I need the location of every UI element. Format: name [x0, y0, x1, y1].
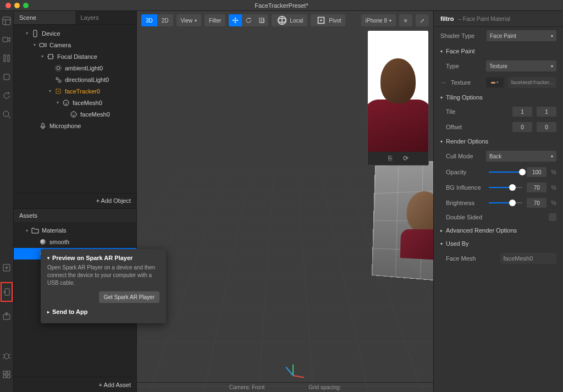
- tab-layers[interactable]: Layers: [75, 11, 137, 24]
- tree-item[interactable]: ▾faceTracker0: [14, 85, 136, 97]
- scale-tool-button[interactable]: [255, 14, 268, 26]
- facemesh-icon: [62, 99, 70, 107]
- refresh-icon[interactable]: [2, 91, 11, 100]
- offset-y-input[interactable]: [537, 122, 556, 132]
- tree-toggle[interactable]: ▾: [41, 54, 47, 59]
- export-icon[interactable]: [2, 312, 11, 321]
- tree-toggle[interactable]: ▾: [57, 100, 62, 105]
- opacity-slider[interactable]: [489, 172, 522, 173]
- offset-label: Offset: [446, 124, 508, 130]
- rotate-tool-button[interactable]: [242, 14, 255, 26]
- svg-rect-44: [42, 123, 44, 127]
- section-render[interactable]: ▾Render Options: [434, 135, 563, 148]
- link-icon[interactable]: →: [440, 79, 446, 86]
- tree-toggle[interactable]: ▾: [34, 42, 39, 47]
- section-tiling[interactable]: ▾Tiling Options: [434, 91, 563, 104]
- section-usedby[interactable]: ▾Used By: [434, 237, 563, 250]
- tree-item[interactable]: Microphone: [14, 120, 136, 131]
- view-dropdown[interactable]: View▾: [176, 14, 202, 26]
- svg-point-38: [63, 100, 69, 106]
- move-tool-button[interactable]: [229, 14, 242, 26]
- bg-label: BG Influence: [446, 184, 484, 191]
- video-icon[interactable]: [2, 35, 11, 44]
- close-window-button[interactable]: [5, 3, 11, 8]
- section-face-paint[interactable]: ▾Face Paint: [434, 45, 563, 58]
- pause-icon[interactable]: [2, 54, 11, 63]
- popup-preview-text: Open Spark AR Player on a device and the…: [47, 264, 159, 287]
- filter-button[interactable]: Filter: [205, 14, 225, 26]
- tree-item[interactable]: directionalLight0: [14, 74, 136, 85]
- layout-icon[interactable]: [2, 16, 11, 25]
- zoom-window-button[interactable]: [23, 3, 29, 8]
- brightness-input[interactable]: [527, 198, 547, 208]
- tree-item[interactable]: ambientLight0: [14, 62, 136, 74]
- add-asset-button[interactable]: Add Asset: [14, 377, 136, 392]
- local-button[interactable]: Local: [272, 14, 307, 26]
- tile-x-input[interactable]: [512, 107, 532, 117]
- tree-toggle[interactable]: ▾: [49, 89, 54, 93]
- tree-item[interactable]: ▾Device: [14, 27, 136, 39]
- grid-icon[interactable]: [2, 370, 11, 379]
- record-button[interactable]: ⟳: [403, 154, 409, 162]
- texture-value[interactable]: faceMeshTracker...: [508, 77, 556, 88]
- svg-point-31: [56, 65, 62, 71]
- face-plane[interactable]: [372, 158, 433, 284]
- tree-label: Microphone: [49, 123, 81, 129]
- tree-item[interactable]: ▾faceMesh0: [14, 97, 136, 108]
- device-dropdown[interactable]: iPhone 8▾: [361, 14, 396, 26]
- shader-type-dropdown[interactable]: Face Paint▾: [487, 30, 556, 41]
- tree-item[interactable]: ▾Camera: [14, 39, 136, 51]
- minimize-window-button[interactable]: [14, 3, 20, 8]
- svg-rect-47: [261, 20, 264, 23]
- scene-tree: ▾Device▾Camera▾Focal DistanceambientLigh…: [14, 25, 136, 193]
- section-advanced[interactable]: ▸Advanced Render Options: [434, 224, 563, 237]
- axis-gizmo[interactable]: [284, 359, 301, 376]
- tree-toggle[interactable]: ▾: [26, 228, 31, 233]
- usedby-value[interactable]: faceMesh0: [500, 253, 557, 264]
- stop-icon[interactable]: [2, 73, 11, 81]
- tile-y-input[interactable]: [537, 107, 556, 117]
- bg-slider[interactable]: [489, 187, 522, 188]
- type-dropdown[interactable]: Texture▾: [486, 60, 556, 71]
- bg-input[interactable]: [527, 183, 547, 192]
- double-sided-checkbox[interactable]: [549, 213, 556, 221]
- tree-item[interactable]: ▾Focal Distance: [14, 51, 136, 62]
- preview-list-button[interactable]: ≡: [399, 14, 412, 26]
- pivot-button[interactable]: Pivot: [311, 14, 345, 26]
- texture-swatch[interactable]: ▾: [486, 78, 504, 87]
- debug-icon[interactable]: [2, 351, 11, 360]
- preview-popup: ▾Preview on Spark AR Player Open Spark A…: [41, 249, 166, 323]
- mode-2d-button[interactable]: 2D: [157, 14, 173, 26]
- library-add-icon[interactable]: [2, 263, 11, 272]
- brightness-slider[interactable]: [489, 202, 522, 203]
- tree-toggle[interactable]: ▾: [26, 31, 31, 36]
- cull-dropdown[interactable]: Back▾: [486, 151, 556, 162]
- assets-header: Assets: [14, 209, 136, 222]
- svg-rect-6: [4, 74, 9, 80]
- send-to-device-icon[interactable]: [2, 288, 11, 296]
- search-icon[interactable]: [2, 110, 11, 119]
- viewport[interactable]: 3D 2D View▾ Filter Local Pivot iPhone 8▾…: [137, 11, 433, 392]
- svg-point-40: [67, 102, 68, 102]
- tab-scene[interactable]: Scene: [14, 11, 75, 24]
- svg-rect-5: [8, 55, 9, 62]
- svg-rect-46: [260, 18, 264, 23]
- tree-item[interactable]: smooth: [14, 236, 136, 248]
- tree-item[interactable]: ▾Materials: [14, 225, 136, 236]
- svg-rect-26: [40, 43, 44, 47]
- tree-label: faceTracker0: [65, 88, 100, 95]
- add-object-button[interactable]: Add Object: [14, 193, 136, 208]
- svg-point-37: [58, 91, 59, 92]
- mode-3d-button[interactable]: 3D: [141, 14, 157, 26]
- opacity-input[interactable]: [527, 167, 547, 177]
- get-player-button[interactable]: Get Spark AR Player: [99, 291, 159, 303]
- device-preview[interactable]: ⎘ ⟳: [367, 30, 429, 165]
- popup-send-header[interactable]: ▸Send to App: [47, 308, 159, 315]
- double-sided-label: Double Sided: [446, 214, 544, 220]
- capture-button[interactable]: ⎘: [388, 154, 392, 162]
- offset-x-input[interactable]: [512, 122, 532, 132]
- tree-label: Focal Distance: [57, 53, 97, 60]
- popup-preview-header[interactable]: ▾Preview on Spark AR Player: [47, 255, 159, 261]
- tree-item[interactable]: faceMesh0: [14, 108, 136, 120]
- preview-expand-button[interactable]: ⤢: [416, 14, 429, 26]
